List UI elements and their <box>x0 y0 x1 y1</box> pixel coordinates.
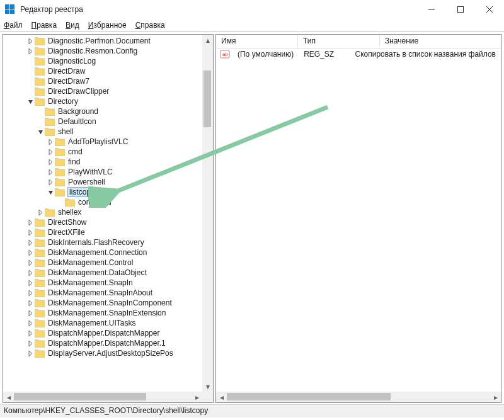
tree-item[interactable]: DirectShow <box>3 217 213 227</box>
menu-help[interactable]: Справка <box>135 21 165 30</box>
tree-vertical-scrollbar[interactable]: ▴ ▾ <box>202 35 213 392</box>
tree-item[interactable]: DefaultIcon <box>3 116 213 127</box>
column-header-type[interactable]: Тип <box>298 35 380 48</box>
collapse-icon[interactable] <box>36 127 45 136</box>
tree-item[interactable]: DiskInternals.FlashRecovery <box>3 237 213 247</box>
expand-icon[interactable] <box>26 37 35 45</box>
expand-icon[interactable] <box>46 157 55 166</box>
tree-item[interactable]: DiskManagement.SnapInComponent <box>3 298 213 308</box>
collapse-icon[interactable] <box>26 97 35 106</box>
expand-icon[interactable] <box>46 167 55 176</box>
tree-item[interactable]: DirectXFile <box>3 227 213 237</box>
tree-item[interactable]: DiskManagement.Connection <box>3 247 213 258</box>
tree-item[interactable]: DiskManagement.SnapInAbout <box>3 288 213 298</box>
folder-icon <box>55 178 65 186</box>
menu-bar: Файл Правка Вид Избранное Справка <box>0 19 504 31</box>
folder-icon <box>35 269 45 277</box>
scroll-right-arrow-icon[interactable]: ▸ <box>490 392 501 402</box>
tree-item[interactable]: Directory <box>3 96 213 106</box>
expand-icon[interactable] <box>26 268 35 277</box>
expand-icon[interactable] <box>26 248 35 257</box>
expand-icon[interactable] <box>36 208 45 217</box>
registry-tree[interactable]: Diagnostic.Perfmon.DocumentDiagnostic.Re… <box>3 35 213 358</box>
tree-item[interactable]: DiskManagement.UITasks <box>3 318 213 328</box>
expand-icon[interactable] <box>26 228 35 237</box>
column-header-value[interactable]: Значение <box>380 35 501 48</box>
expand-icon[interactable] <box>46 178 55 186</box>
tree-item[interactable]: DirectDraw <box>3 66 213 76</box>
value-row[interactable]: ab(По умолчанию)REG_SZСкопировать в спис… <box>216 48 501 60</box>
tree-item[interactable]: Powershell <box>3 177 213 187</box>
folder-icon <box>55 188 65 196</box>
menu-edit[interactable]: Правка <box>32 21 57 30</box>
folder-icon <box>35 67 45 76</box>
expand-icon[interactable] <box>46 147 55 156</box>
folder-icon <box>45 128 55 136</box>
tree-item[interactable]: find <box>3 157 213 167</box>
expand-icon[interactable] <box>26 339 35 348</box>
tree-item[interactable]: AddToPlaylistVLC <box>3 137 213 147</box>
tree-item-label: AddToPlaylistVLC <box>67 137 129 147</box>
tree-item[interactable]: DiskManagement.SnapIn <box>3 278 213 288</box>
scroll-left-arrow-icon[interactable]: ◂ <box>216 392 227 402</box>
tree-item[interactable]: listcopy <box>3 187 213 197</box>
tree-item[interactable]: DispatchMapper.DispatchMapper.1 <box>3 338 213 348</box>
values-list[interactable]: ab(По умолчанию)REG_SZСкопировать в спис… <box>216 48 501 60</box>
expand-icon[interactable] <box>26 238 35 247</box>
column-header-name[interactable]: Имя <box>216 35 298 48</box>
tree-item-label[interactable]: listcopy <box>67 187 96 197</box>
tree-item[interactable]: PlayWithVLC <box>3 167 213 177</box>
scroll-up-arrow-icon[interactable]: ▴ <box>202 35 213 45</box>
menu-file[interactable]: Файл <box>4 21 23 30</box>
tree-item[interactable]: DiagnosticLog <box>3 56 213 66</box>
minimize-button[interactable] <box>417 0 446 19</box>
tree-item[interactable]: Background <box>3 106 213 116</box>
menu-favorites[interactable]: Избранное <box>88 21 127 30</box>
scroll-thumb[interactable] <box>227 393 391 400</box>
expand-icon[interactable] <box>26 278 35 287</box>
tree-item[interactable]: DirectDrawClipper <box>3 86 213 96</box>
tree-item[interactable]: DirectDraw7 <box>3 76 213 86</box>
expand-icon[interactable] <box>26 288 35 297</box>
tree-item[interactable]: DisplayServer.AdjustDesktopSizePos <box>3 348 213 358</box>
folder-icon <box>35 88 45 96</box>
no-expand <box>26 87 35 96</box>
scroll-right-arrow-icon[interactable]: ▸ <box>192 392 202 402</box>
expand-icon[interactable] <box>26 298 35 307</box>
menu-view[interactable]: Вид <box>66 21 79 30</box>
collapse-icon[interactable] <box>46 188 55 196</box>
tree-item-label: DiskManagement.Control <box>47 258 134 268</box>
tree-item[interactable]: command <box>3 197 213 207</box>
tree-item[interactable]: shell <box>3 127 213 137</box>
expand-icon[interactable] <box>26 309 35 317</box>
close-button[interactable] <box>475 0 504 19</box>
tree-item[interactable]: Diagnostic.Resmon.Config <box>3 46 213 56</box>
maximize-button[interactable] <box>446 0 475 19</box>
expand-icon[interactable] <box>26 258 35 267</box>
expand-icon[interactable] <box>26 218 35 227</box>
expand-icon[interactable] <box>26 329 35 338</box>
no-expand <box>26 57 35 65</box>
folder-icon <box>35 37 45 45</box>
tree-item-label: Directory <box>47 96 79 106</box>
tree-item[interactable]: DiskManagement.DataObject <box>3 268 213 278</box>
scroll-left-arrow-icon[interactable]: ◂ <box>3 392 14 402</box>
expand-icon[interactable] <box>26 47 35 55</box>
tree-item[interactable]: Diagnostic.Perfmon.Document <box>3 36 213 46</box>
tree-horizontal-scrollbar[interactable]: ◂ ▸ <box>3 392 202 402</box>
folder-icon <box>35 349 45 358</box>
scroll-thumb[interactable] <box>14 393 146 400</box>
tree-item[interactable]: DiskManagement.Control <box>3 258 213 268</box>
values-header: Имя Тип Значение <box>216 35 501 48</box>
tree-item-label: DirectXFile <box>47 227 86 237</box>
scroll-thumb[interactable] <box>203 71 211 127</box>
scroll-down-arrow-icon[interactable]: ▾ <box>202 381 213 392</box>
tree-item[interactable]: cmd <box>3 147 213 157</box>
expand-icon[interactable] <box>26 349 35 358</box>
expand-icon[interactable] <box>46 137 55 146</box>
values-horizontal-scrollbar[interactable]: ◂ ▸ <box>216 392 501 402</box>
tree-item[interactable]: DiskManagement.SnapInExtension <box>3 308 213 318</box>
tree-item[interactable]: shellex <box>3 207 213 217</box>
expand-icon[interactable] <box>26 319 35 327</box>
tree-item[interactable]: DispatchMapper.DispatchMapper <box>3 328 213 338</box>
